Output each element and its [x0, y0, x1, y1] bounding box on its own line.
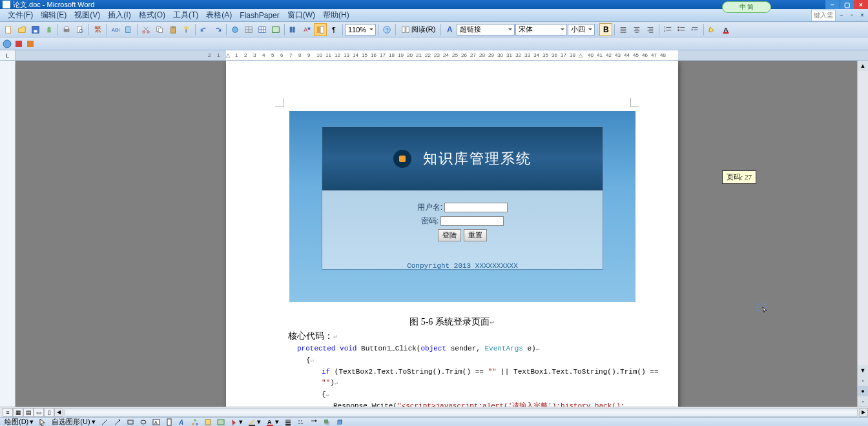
wordart-icon[interactable]: A — [176, 418, 188, 426]
dashstyle-icon[interactable] — [295, 418, 307, 426]
copy-icon[interactable] — [153, 23, 166, 36]
print-icon[interactable] — [60, 23, 73, 36]
menu-window[interactable]: 窗口(W) — [284, 8, 319, 22]
lineweight-icon[interactable] — [282, 418, 294, 426]
web-icon[interactable] — [2, 39, 12, 49]
bold-button[interactable]: B — [599, 23, 612, 36]
menu-flashpaper[interactable]: FlashPaper — [236, 10, 283, 21]
login-button[interactable]: 登陆 — [438, 229, 461, 241]
shadow-icon[interactable] — [321, 418, 333, 426]
insert-excel-icon[interactable] — [269, 23, 282, 36]
fontcolor2-icon[interactable]: A▾ — [264, 418, 281, 426]
horizontal-scrollbar[interactable] — [65, 408, 858, 417]
cut-icon[interactable] — [140, 23, 152, 36]
redo-icon[interactable] — [211, 23, 224, 36]
outline-view-icon[interactable]: ▭ — [34, 408, 44, 417]
hscroll-left-icon[interactable]: ◀ — [54, 408, 63, 417]
ime-indicator[interactable]: 中 简 — [722, 1, 771, 13]
align-center-icon[interactable] — [630, 23, 643, 36]
vertical-scrollbar[interactable]: ▲ ▼ ◦ ● ◦ — [857, 61, 868, 407]
web-view-icon[interactable]: ▦ — [13, 408, 23, 417]
scroll-down-icon[interactable]: ▼ — [858, 365, 868, 376]
document-map-icon[interactable] — [314, 23, 327, 36]
show-marks-icon[interactable]: ¶ — [327, 23, 340, 36]
menu-tools[interactable]: 工具(T) — [169, 8, 202, 22]
menu-help[interactable]: 帮助(H) — [319, 8, 353, 22]
save-icon[interactable] — [29, 23, 42, 36]
paste-icon[interactable] — [167, 23, 180, 36]
normal-view-icon[interactable]: ≡ — [3, 408, 13, 417]
hscroll-right-icon[interactable]: ▶ — [859, 408, 868, 417]
line-icon[interactable] — [99, 418, 110, 426]
menu-format[interactable]: 格式(O) — [135, 8, 169, 22]
doc-minimize[interactable]: − — [837, 11, 846, 20]
undo-icon[interactable] — [198, 23, 211, 36]
numbering-icon[interactable]: 12 — [661, 23, 674, 36]
size-combo[interactable]: 小四 — [568, 24, 595, 36]
select-objects-icon[interactable] — [37, 418, 48, 426]
columns-icon[interactable] — [287, 23, 300, 36]
vertical-ruler[interactable] — [0, 61, 16, 407]
font-combo[interactable]: 宋体 — [515, 24, 567, 36]
3d-icon[interactable] — [334, 418, 346, 426]
password-input[interactable] — [440, 216, 504, 226]
font-color-icon[interactable]: A — [719, 23, 732, 36]
trad-simp-icon[interactable]: 繁 — [91, 23, 104, 36]
diagram-icon[interactable] — [189, 418, 201, 426]
reading-view-icon[interactable]: ▯ — [44, 408, 54, 417]
doc-close[interactable]: × — [858, 11, 867, 20]
arrowstyle-icon[interactable] — [308, 418, 320, 426]
zoom-combo[interactable]: 110% — [345, 24, 376, 36]
align-right-icon[interactable] — [644, 23, 657, 36]
close-button[interactable]: × — [854, 0, 868, 9]
picture-icon[interactable] — [215, 418, 227, 426]
format-a-icon[interactable]: A — [443, 23, 456, 36]
horizontal-ruler[interactable]: 21△1234567891011121314151617181920212223… — [16, 50, 868, 60]
read-mode-button[interactable]: 阅读(R) — [398, 23, 439, 36]
autoshapes-menu[interactable]: 自选图形(U) ▾ — [50, 417, 97, 426]
print-view-icon[interactable]: ▤ — [23, 408, 34, 417]
orange-box-icon[interactable] — [25, 39, 36, 49]
menu-table[interactable]: 表格(A) — [202, 8, 236, 22]
doc-restore[interactable]: ▫ — [847, 11, 856, 20]
drawing-toolbar-icon[interactable] — [300, 23, 313, 36]
highlight-icon[interactable] — [706, 23, 719, 36]
scroll-up-icon[interactable]: ▲ — [858, 61, 868, 71]
research-icon[interactable] — [122, 23, 135, 36]
reset-button[interactable]: 重置 — [464, 229, 487, 241]
draw-menu[interactable]: 绘图(D) ▾ — [3, 417, 36, 426]
clipart-icon[interactable] — [202, 418, 214, 426]
align-justify-icon[interactable] — [617, 23, 630, 36]
spellcheck-icon[interactable]: ABC — [108, 23, 121, 36]
style-combo[interactable]: 超链接 — [457, 24, 515, 36]
maximize-button[interactable]: ▢ — [840, 0, 854, 9]
permission-icon[interactable] — [43, 23, 56, 36]
insert-table-icon[interactable] — [256, 23, 269, 36]
vtext-icon[interactable] — [163, 418, 175, 426]
document-area[interactable]: 知识库管理系统 用户名: 密码: 登陆 重置 — [16, 61, 857, 407]
help-icon[interactable]: ? — [380, 23, 393, 36]
menu-view[interactable]: 视图(V) — [70, 8, 104, 22]
new-icon[interactable] — [2, 23, 15, 36]
fillcolor-icon[interactable]: ▾ — [228, 418, 245, 426]
textbox-icon[interactable]: A — [150, 418, 162, 426]
menu-edit[interactable]: 编辑(E) — [37, 8, 70, 22]
bullets-icon[interactable] — [675, 23, 688, 36]
open-icon[interactable] — [16, 23, 28, 36]
help-search[interactable]: 键入需 — [811, 10, 836, 21]
red-box-icon[interactable] — [14, 39, 24, 49]
rectangle-icon[interactable] — [125, 418, 136, 426]
browse-object-icon[interactable]: ● — [858, 386, 868, 396]
indent-icon[interactable] — [688, 23, 701, 36]
linecolor-icon[interactable]: ▾ — [246, 418, 263, 426]
tables-borders-icon[interactable] — [242, 23, 255, 36]
arrow-icon[interactable] — [112, 418, 123, 426]
oval-icon[interactable] — [138, 418, 149, 426]
hyperlink-icon[interactable] — [229, 23, 242, 36]
username-input[interactable] — [444, 203, 508, 212]
preview-icon[interactable] — [74, 23, 87, 36]
prev-page-icon[interactable]: ◦ — [858, 376, 868, 386]
menu-file[interactable]: 文件(F) — [4, 8, 37, 22]
format-painter-icon[interactable] — [180, 23, 193, 36]
minimize-button[interactable]: − — [825, 0, 840, 9]
